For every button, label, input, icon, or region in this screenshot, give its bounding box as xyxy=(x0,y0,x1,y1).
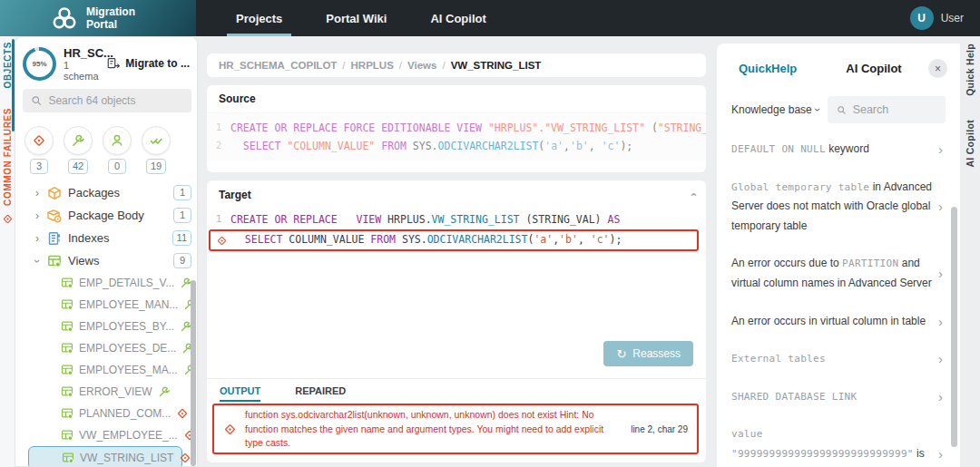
tree-node-packages[interactable]: ›Packages1 xyxy=(23,181,191,204)
diamond-badge xyxy=(24,126,54,155)
nav-tab-ai-copilot[interactable]: AI Copilot xyxy=(408,0,507,36)
nav-tab-projects[interactable]: Projects xyxy=(214,0,304,36)
filter-person[interactable]: 0 xyxy=(103,126,132,174)
object-search-input[interactable] xyxy=(48,94,183,107)
line-number: 1 xyxy=(207,119,230,137)
user-menu[interactable]: U User xyxy=(910,0,980,36)
tree-node-views[interactable]: ›Views9 xyxy=(23,249,191,272)
tree-node-count: 1 xyxy=(173,208,191,223)
view-item-label: EMPLOYEES_BY... xyxy=(79,320,174,333)
package-body-icon xyxy=(47,209,62,223)
brand: Migration Portal xyxy=(0,0,196,36)
help-item[interactable]: External tables› xyxy=(731,340,947,378)
view-icon xyxy=(61,298,74,311)
line-number: 1 xyxy=(207,210,230,229)
help-item[interactable]: SHARED DATABASE LINK› xyxy=(731,378,947,416)
view-item-vw_employee_-[interactable]: VW_EMPLOYEE_... xyxy=(23,424,182,446)
filter-checks[interactable]: 19 xyxy=(142,126,171,174)
knowledge-base-label: Knowledge base xyxy=(731,103,812,116)
view-icon xyxy=(61,364,74,376)
view-icon xyxy=(61,342,74,355)
view-item-employees_ma-[interactable]: EMPLOYEES_MA... xyxy=(23,359,182,381)
object-search[interactable] xyxy=(23,89,191,112)
knowledge-base-dropdown[interactable]: Knowledge base › xyxy=(731,103,819,116)
help-search-input[interactable] xyxy=(853,103,936,116)
collapse-chevron-icon[interactable]: › xyxy=(685,192,699,196)
target-code[interactable]: 1CREATE OR REPLACE VIEW HRPLUS.VW_STRING… xyxy=(207,209,706,251)
help-item[interactable]: An error occurs due to PARTITION and vir… xyxy=(731,245,947,302)
sidebar-scrollbar[interactable] xyxy=(191,280,196,466)
right-rail: Quick Help AI Copilot xyxy=(960,36,980,467)
view-item-label: EMPLOYEES_DE... xyxy=(79,342,176,355)
close-icon[interactable]: × xyxy=(928,59,947,78)
chevron-right-icon: › xyxy=(938,141,947,157)
view-item-vw_string_list[interactable]: VW_STRING_LIST xyxy=(28,446,182,467)
chevron-right-icon[interactable]: › xyxy=(34,209,41,222)
breadcrumb-item[interactable]: Views xyxy=(407,60,436,71)
project-meta: HR_SC... 1 schema xyxy=(64,46,100,82)
tree-node-package-body[interactable]: ›Package Body1 xyxy=(23,204,191,227)
migrate-icon xyxy=(107,57,121,70)
breadcrumb-item[interactable]: VW_STRING_LIST xyxy=(451,60,542,71)
help-item-text: An error occurs due to PARTITION and vir… xyxy=(731,254,933,293)
breadcrumb-item[interactable]: HR_SCHEMA_COPILOT xyxy=(219,60,337,71)
filter-diamond[interactable]: 3 xyxy=(24,126,54,174)
source-code[interactable]: 1CREATE OR REPLACE FORCE EDITIONABLE VIE… xyxy=(207,112,706,161)
breadcrumb: HR_SCHEMA_COPILOT/HRPLUS/Views/VW_STRING… xyxy=(207,54,706,77)
view-item-employee_man-[interactable]: EMPLOYEE_MAN... xyxy=(23,294,182,316)
view-icon xyxy=(47,254,62,268)
migrate-to-button[interactable]: Migrate to ... xyxy=(107,57,191,70)
code-line: 1CREATE OR REPLACE VIEW HRPLUS.VW_STRING… xyxy=(207,210,706,229)
project-name: HR_SC... xyxy=(64,46,100,60)
avatar[interactable]: U xyxy=(910,6,934,30)
view-item-planned_com-[interactable]: PLANNED_COM... xyxy=(23,403,182,424)
index-icon xyxy=(47,231,62,246)
view-icon xyxy=(61,429,74,442)
wrench-icon xyxy=(158,385,171,398)
rail-tab-ai-copilot[interactable]: AI Copilot xyxy=(965,120,975,168)
error-diamond-icon xyxy=(223,423,237,436)
tree-node-indexes[interactable]: ›Indexes11 xyxy=(23,227,191,249)
error-row[interactable]: function sys.odcivarchar2list(unknown, u… xyxy=(212,404,699,454)
view-item-emp_details_v-[interactable]: EMP_DETAILS_V... xyxy=(23,272,182,294)
help-item[interactable]: An error occurs in virtual column in tab… xyxy=(731,303,947,341)
code-line: 1CREATE OR REPLACE FORCE EDITIONABLE VIE… xyxy=(207,119,706,137)
chevron-down-icon[interactable]: › xyxy=(31,258,44,265)
rail-tab-quick-help[interactable]: Quick Help xyxy=(965,44,975,96)
tree-node-label: Indexes xyxy=(68,231,166,245)
status-counters: 342019 xyxy=(24,126,191,174)
help-item-text: SHARED DATABASE LINK xyxy=(731,387,933,407)
chevron-right-icon[interactable]: › xyxy=(34,232,41,245)
code-line: 2 SELECT "COLUMN_VALUE" FROM SYS.ODCIVAR… xyxy=(207,137,706,155)
tab-repaired[interactable]: REPAIRED xyxy=(295,385,346,402)
breadcrumb-item[interactable]: HRPLUS xyxy=(351,60,394,71)
view-item-employees_by-[interactable]: EMPLOYEES_BY... xyxy=(23,316,182,337)
help-scrollbar[interactable] xyxy=(951,207,957,447)
help-search[interactable] xyxy=(828,96,946,123)
tab-quickhelp[interactable]: QuickHelp xyxy=(739,62,797,75)
rail-tab-common-failures[interactable]: COMMON FAILURES xyxy=(3,108,13,206)
reassess-button[interactable]: ↻ Reassess xyxy=(603,341,693,366)
app-root: Migration Portal ProjectsPortal WikiAI C… xyxy=(0,0,980,467)
tab-output[interactable]: OUTPUT xyxy=(220,385,260,402)
checks-icon xyxy=(149,133,163,148)
error-diamond-icon xyxy=(211,231,232,249)
nav-tab-portal-wiki[interactable]: Portal Wiki xyxy=(304,0,408,36)
rail-tab-objects[interactable]: OBJECTS xyxy=(3,42,13,88)
chevron-right-icon[interactable]: › xyxy=(34,187,41,199)
search-icon xyxy=(31,94,42,107)
brand-line1: Migration xyxy=(86,5,135,18)
view-item-employees_de-[interactable]: EMPLOYEES_DE... xyxy=(23,337,182,359)
help-item[interactable]: value "999999999999999999999999999" is o… xyxy=(731,415,947,467)
help-item[interactable]: DEFAULT ON NULL keyword› xyxy=(731,131,947,169)
help-item[interactable]: Global temporary table in Advanced Serve… xyxy=(731,169,947,246)
tab-ai-copilot[interactable]: AI Copilot xyxy=(846,62,901,75)
project-schema-count: 1 schema xyxy=(64,60,100,82)
person-badge xyxy=(103,126,132,155)
view-icon xyxy=(61,407,74,420)
wrench-badge xyxy=(64,126,93,155)
view-item-error_view[interactable]: ERROR_VIEW xyxy=(23,381,182,403)
filter-wrench[interactable]: 42 xyxy=(64,126,93,174)
counter-value: 3 xyxy=(30,159,48,174)
chevron-right-icon: › xyxy=(938,314,947,329)
